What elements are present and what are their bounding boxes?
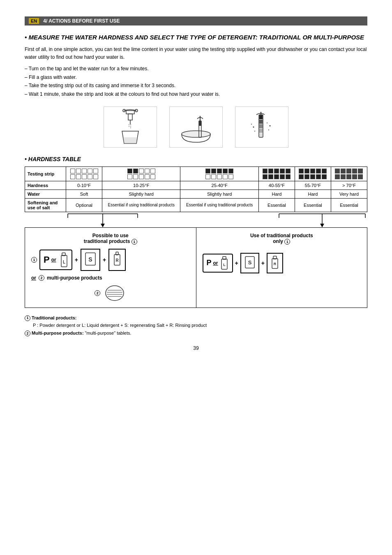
or-label-2: or bbox=[31, 275, 36, 281]
diagram-right: Use of traditional productsonly 1 P or L… bbox=[196, 228, 367, 308]
plus-1: + bbox=[75, 257, 78, 263]
circle-1-icon: 1 bbox=[31, 257, 37, 263]
hardness-col2: 10-25°F bbox=[102, 181, 180, 190]
table-arrows bbox=[25, 213, 367, 227]
hardness-col5: 55-70°F bbox=[295, 181, 331, 190]
softening-col2: Essential if using traditional products bbox=[102, 198, 180, 212]
circle-1-right: 1 bbox=[284, 239, 290, 245]
hardness-col3: 25-40°F bbox=[180, 181, 258, 190]
arrow-right-group bbox=[277, 213, 367, 227]
illus-dipping bbox=[169, 106, 223, 148]
traditional-only-row: P or L + S + R bbox=[203, 253, 361, 273]
table-row-water: Water Soft Slightly hard Slightly hard H… bbox=[25, 190, 367, 198]
diagram-right-title: Use of traditional productsonly 1 bbox=[203, 233, 361, 245]
svg-point-8 bbox=[182, 131, 210, 137]
or-label-right: or bbox=[213, 260, 218, 266]
page-number: 39 bbox=[25, 345, 367, 351]
section-label: 4/ ACTIONS BEFORE FIRST USE bbox=[43, 18, 120, 24]
fn-label-1: Traditional products: bbox=[32, 315, 76, 320]
footnote-1-desc: P : Powder detergent or L: Liquid deterg… bbox=[33, 321, 367, 329]
svg-point-18 bbox=[254, 131, 255, 132]
arrow-left-group bbox=[66, 213, 140, 227]
water-col1: Soft bbox=[66, 190, 102, 198]
plus-3: + bbox=[235, 260, 238, 266]
strip-col1 bbox=[66, 166, 102, 181]
svg-text:L: L bbox=[223, 263, 226, 267]
diagram-left: Possible to usetraditional products 1 1 … bbox=[25, 228, 196, 308]
svg-marker-27 bbox=[101, 224, 105, 227]
strip-col5 bbox=[295, 166, 331, 181]
svg-point-41 bbox=[106, 286, 124, 301]
water-col4: Hard bbox=[258, 190, 295, 198]
r-box: R bbox=[108, 249, 126, 271]
softening-col4: Essential bbox=[258, 198, 295, 212]
plus-4: + bbox=[261, 260, 265, 266]
water-col2: Slightly hard bbox=[102, 190, 180, 198]
illus-reading bbox=[235, 106, 288, 148]
svg-rect-0 bbox=[126, 111, 134, 114]
fn-circle-1: 1 bbox=[25, 315, 30, 321]
p-or-l-group: P or L bbox=[39, 250, 72, 270]
water-label: Water bbox=[25, 190, 66, 198]
svg-text:S: S bbox=[88, 256, 92, 263]
steps-list: Turn on the tap and let the water run fo… bbox=[25, 65, 367, 98]
table-row-hardness: Hardness 0-10°F 10-25°F 25-40°F 40-55°F … bbox=[25, 181, 367, 190]
table-section: Testing strip bbox=[25, 166, 367, 227]
svg-point-17 bbox=[253, 126, 254, 127]
svg-marker-32 bbox=[320, 224, 324, 227]
illustrations-area bbox=[25, 106, 367, 148]
illus-faucet bbox=[104, 106, 157, 148]
svg-rect-10 bbox=[199, 121, 201, 126]
water-col3: Slightly hard bbox=[180, 190, 258, 198]
traditional-products-row: 1 P or L + S + bbox=[31, 249, 190, 271]
svg-rect-12 bbox=[259, 115, 263, 119]
svg-rect-14 bbox=[259, 124, 263, 128]
step-4: Wait 1 minute, shake the strip and look … bbox=[25, 90, 367, 98]
strip-col2 bbox=[102, 166, 180, 181]
svg-rect-1 bbox=[128, 114, 132, 120]
step-1: Turn on the tap and let the water run fo… bbox=[25, 65, 367, 73]
multipurpose-label-row: or 2 multi-purpose products bbox=[31, 275, 190, 281]
svg-text:S: S bbox=[248, 259, 251, 266]
fn-desc-1: P : Powder detergent or L: Liquid deterg… bbox=[33, 323, 207, 328]
softening-col5: Essential bbox=[295, 198, 331, 212]
hardness-title: • HARDNESS TABLE bbox=[25, 156, 367, 162]
svg-text:R: R bbox=[115, 258, 119, 263]
header-bar: EN 4/ ACTIONS BEFORE FIRST USE bbox=[25, 16, 367, 25]
strip-label: Testing strip bbox=[25, 166, 66, 181]
detergent-diagram: Possible to usetraditional products 1 1 … bbox=[25, 227, 367, 308]
lang-badge: EN bbox=[29, 18, 39, 24]
svg-point-22 bbox=[251, 124, 252, 125]
svg-point-21 bbox=[267, 123, 267, 123]
step-2: Fill a glass with water. bbox=[25, 73, 367, 81]
hardness-table: Testing strip bbox=[25, 166, 367, 212]
svg-text:L: L bbox=[63, 260, 65, 264]
circle-2-img: 2 bbox=[95, 290, 100, 296]
footnote-1: 1 Traditional products: bbox=[25, 314, 367, 322]
diagram-left-title: Possible to usetraditional products 1 bbox=[31, 233, 190, 245]
intro-text: First of all, in one simple action, you … bbox=[25, 46, 367, 61]
hardness-col4: 40-55°F bbox=[258, 181, 295, 190]
svg-point-20 bbox=[268, 130, 269, 130]
fn-circle-2: 2 bbox=[25, 331, 30, 336]
hardness-col1: 0-10°F bbox=[66, 181, 102, 190]
strip-col3 bbox=[180, 166, 258, 181]
table-row-strip: Testing strip bbox=[25, 166, 367, 181]
r-box-right: R bbox=[267, 253, 283, 273]
svg-text:R: R bbox=[274, 262, 277, 266]
s-box-right: S bbox=[240, 253, 259, 273]
svg-rect-15 bbox=[259, 129, 263, 133]
svg-point-19 bbox=[270, 125, 271, 126]
strip-col4 bbox=[258, 166, 295, 181]
s-box: S bbox=[81, 249, 100, 271]
softening-label: Softening anduse of salt bbox=[25, 198, 66, 212]
water-col6: Very hard bbox=[331, 190, 367, 198]
multi-label: multi-purpose products bbox=[47, 275, 102, 281]
fn-label-2: Multi-purpose products: bbox=[32, 331, 84, 335]
circle-2-icon: 2 bbox=[39, 275, 44, 281]
fn-desc-2: "multi-purpose" tablets. bbox=[85, 331, 131, 335]
p-label: P bbox=[44, 254, 50, 265]
table-row-softening: Softening anduse of salt Optional Essent… bbox=[25, 198, 367, 212]
softening-col1: Optional bbox=[66, 198, 102, 212]
p-or-l-group-right: P or L bbox=[203, 254, 233, 273]
